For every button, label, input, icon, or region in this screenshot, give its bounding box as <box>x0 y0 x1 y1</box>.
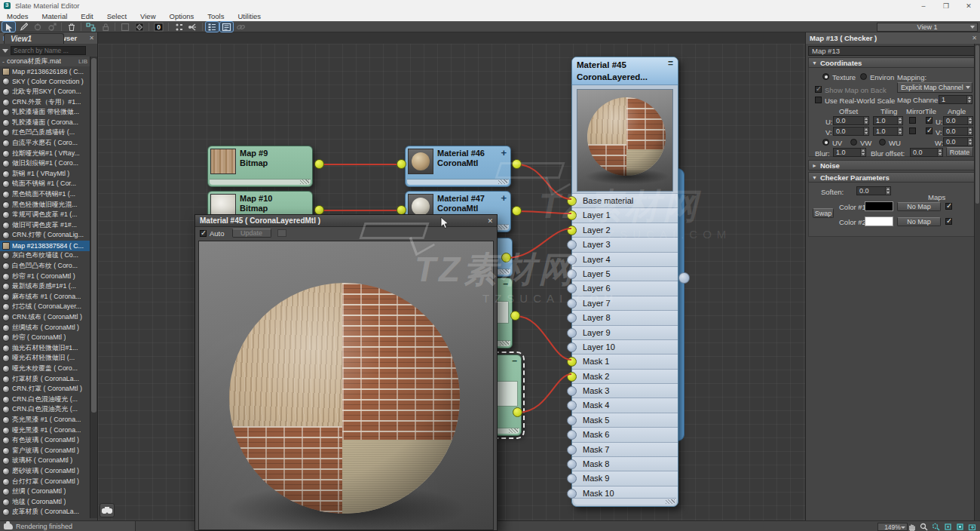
material-list-item[interactable]: 皮革材质 ( CoronaLa... <box>0 508 90 518</box>
search-input[interactable] <box>11 46 86 55</box>
select-tool-button[interactable] <box>2 22 15 32</box>
material-list-item[interactable]: 丝绸绒布 ( CoronaMtl ) <box>0 323 90 333</box>
material-slot[interactable]: Layer 9 <box>572 325 678 339</box>
material-list-item[interactable]: 磨砂玻璃 ( CoronaMtl ) <box>0 466 90 477</box>
expand-icon[interactable]: + <box>501 192 507 204</box>
color2-swatch[interactable] <box>865 216 893 226</box>
node-map9[interactable]: Map #9 Bitmap <box>207 146 313 187</box>
parameter-editor-toggle-icon[interactable] <box>220 22 233 32</box>
material-list-item[interactable]: 镜面不锈钢 #1 ( Cor... <box>0 180 90 190</box>
material-list-item[interactable]: 做旧划痕钢#1 ( Coro... <box>0 158 90 169</box>
color1-map-checkbox[interactable] <box>945 203 952 210</box>
checker-rollout-header[interactable]: ▼ Checker Parameters <box>808 172 975 183</box>
material-list-item[interactable]: 自流平水磨石 ( Coro... <box>0 138 90 149</box>
material-slot[interactable]: Layer 7 <box>572 296 678 310</box>
spinner-icon[interactable] <box>967 117 972 124</box>
material-slot[interactable]: Mask 9 <box>572 471 678 485</box>
material-list-item[interactable]: Map #2138387584 ( C... <box>0 241 90 251</box>
resize-grip-icon[interactable] <box>498 180 507 184</box>
material-list-item[interactable]: 哑光木纹覆盖 ( Coro... <box>0 364 90 374</box>
blur-offset-field[interactable]: 0.0 <box>910 148 943 157</box>
lock-icon[interactable] <box>99 22 112 32</box>
slot-input-socket[interactable] <box>567 430 577 440</box>
slot-input-socket[interactable] <box>567 342 577 352</box>
material-list-item[interactable]: CRN.灯罩 ( CoronaMtl ) <box>0 384 90 394</box>
material46-input-socket[interactable] <box>397 159 406 169</box>
put-material-to-scene-icon[interactable] <box>31 22 44 32</box>
material-list-item[interactable]: 亮光黑漆 #1 ( Corona... <box>0 415 90 425</box>
material-slot[interactable]: Mask 2 <box>572 369 678 383</box>
map-name-field[interactable]: Map #13 <box>808 46 975 56</box>
hidden-map1-output-socket[interactable] <box>510 311 520 321</box>
color1-swatch[interactable] <box>865 201 893 211</box>
slot-input-socket[interactable] <box>567 489 577 499</box>
menu-item[interactable]: Utilities <box>231 12 268 20</box>
material-list-item[interactable]: CRN.绒布 ( CoronaMtl ) <box>0 312 90 323</box>
slot-input-socket[interactable] <box>567 386 577 396</box>
material-slot[interactable]: Mask 3 <box>572 383 678 397</box>
menu-item[interactable]: Select <box>100 12 133 20</box>
menu-item[interactable]: Edit <box>74 12 100 20</box>
v-offset-field[interactable]: 0.0 <box>833 127 869 136</box>
material-list-item[interactable]: 地毯 ( CoronaMtl ) <box>0 497 90 508</box>
slot-input-socket[interactable] <box>567 313 577 323</box>
mapping-dropdown[interactable]: Explicit Map Channel <box>897 82 972 93</box>
material-list-item[interactable]: 纱帘 ( CoronaMtl ) <box>0 333 90 343</box>
find-node-button[interactable] <box>100 503 115 517</box>
delete-selected-icon[interactable] <box>65 22 78 32</box>
close-button[interactable]: ✕ <box>957 0 980 11</box>
material-slot[interactable]: Layer 3 <box>572 237 678 251</box>
pan-to-selected-icon[interactable] <box>966 522 977 531</box>
material-list-item[interactable]: 纱帘 #1 ( CoronaMtl ) <box>0 272 90 282</box>
inspector-close-icon[interactable]: ✕ <box>972 35 977 41</box>
u-offset-field[interactable]: 0.0 <box>833 116 869 125</box>
spinner-icon[interactable] <box>897 127 902 135</box>
material-list-item[interactable]: 白色凹凸布纹 ( Coro... <box>0 261 90 272</box>
use-real-world-scale-checkbox[interactable] <box>815 97 822 103</box>
maximize-button[interactable]: ❐ <box>935 0 957 11</box>
spinner-icon[interactable] <box>863 117 868 124</box>
material-list-item[interactable]: 黑色轻微做旧哑光混... <box>0 200 90 210</box>
spinner-icon[interactable] <box>967 138 972 146</box>
slot-input-socket[interactable] <box>567 210 577 220</box>
material-slot[interactable]: Layer 2 <box>572 223 678 237</box>
map9-output-socket[interactable] <box>314 159 324 169</box>
material-list-item[interactable]: 乳胶漆墙面 带轻微做... <box>0 107 90 118</box>
uv-radio[interactable] <box>822 139 829 146</box>
show-maps-icon[interactable] <box>133 22 145 32</box>
pan-hand-icon[interactable] <box>906 522 917 531</box>
inspector-scrollbar[interactable] <box>974 44 980 520</box>
soften-field[interactable]: 0.0 <box>856 186 891 195</box>
material-slot[interactable]: Layer 8 <box>572 310 678 324</box>
menu-item[interactable]: Modes <box>0 12 35 20</box>
u-angle-field[interactable]: 0.0 <box>943 116 973 125</box>
slot-input-socket[interactable] <box>567 299 577 308</box>
show-map-on-back-checkbox[interactable] <box>815 86 822 93</box>
spinner-icon[interactable] <box>860 149 865 156</box>
material-list-item[interactable]: 黑色镜面不锈钢#1 (... <box>0 189 90 200</box>
material-slot[interactable]: Layer 4 <box>572 252 678 266</box>
resize-grip-icon[interactable] <box>666 499 675 504</box>
map-channel-field[interactable]: 1 <box>939 95 972 104</box>
show-standard-map-icon[interactable]: 0 <box>152 22 165 32</box>
search-options-icon[interactable] <box>2 49 8 53</box>
material-list-item[interactable]: 拉斯哑光钢#1 ( VRay... <box>0 149 90 159</box>
node-material45[interactable]: Material #45 CoronaLayered... = Base mat… <box>571 57 678 507</box>
hidden-material-output-socket[interactable] <box>501 253 511 262</box>
material47-output-socket[interactable] <box>512 206 522 216</box>
color1-map-button[interactable]: No Map <box>897 202 941 211</box>
material-slot[interactable]: Base material <box>572 193 678 207</box>
pick-material-icon[interactable] <box>17 22 29 32</box>
material-list-item[interactable]: 麻布绒布 #1 ( Corona... <box>0 292 90 302</box>
material-list-item[interactable]: 乳胶漆墙面 ( Corona... <box>0 118 90 128</box>
material-list-item[interactable]: 红色凹凸质感墙砖 (... <box>0 128 90 139</box>
material-list-item[interactable]: 做旧可调色皮革 #1#... <box>0 220 90 231</box>
blur-field[interactable]: 1.0 <box>833 148 866 157</box>
material-slot[interactable]: Layer 6 <box>572 281 678 295</box>
slot-input-socket[interactable] <box>567 255 577 265</box>
color2-map-button[interactable]: No Map <box>897 217 941 226</box>
node-material46[interactable]: Material #46 CoronaMtl + <box>405 146 511 187</box>
resize-grip-icon[interactable] <box>498 225 507 229</box>
slot-input-socket[interactable] <box>567 284 577 293</box>
material-slot[interactable]: Layer 10 <box>572 339 678 354</box>
